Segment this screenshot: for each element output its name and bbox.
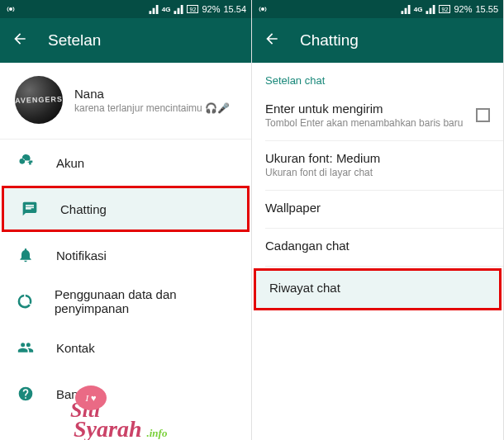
menu-item-account[interactable]: Akun bbox=[0, 140, 251, 186]
menu-label: Notifikasi bbox=[56, 248, 107, 263]
hotspot-icon bbox=[257, 4, 269, 14]
toolbar-title: Chatting bbox=[300, 31, 359, 50]
menu-label: Penggunaan data dan penyimpanan bbox=[55, 287, 235, 315]
hotspot-icon bbox=[5, 4, 17, 14]
menu-item-notifications[interactable]: Notifikasi bbox=[0, 232, 251, 278]
menu-item-help[interactable]: Bantuan bbox=[0, 371, 251, 417]
menu-item-data-usage[interactable]: Penggunaan data dan penyimpanan bbox=[0, 278, 251, 324]
chat-settings-screen: 4G 92 92% 15.55 Chatting Setelan chat En… bbox=[252, 0, 504, 440]
menu-label: Kontak bbox=[56, 341, 95, 355]
back-icon[interactable] bbox=[264, 31, 280, 50]
item-wallpaper[interactable]: Wallpaper bbox=[252, 191, 503, 228]
divider bbox=[265, 266, 503, 267]
toolbar: Setelan bbox=[0, 18, 251, 63]
item-enter-to-send[interactable]: Enter untuk mengirim Tombol Enter akan m… bbox=[252, 92, 503, 140]
avatar: AVENGERS bbox=[15, 76, 63, 124]
menu-item-chatting[interactable]: Chatting bbox=[2, 186, 250, 232]
menu-label: Akun bbox=[56, 156, 84, 170]
clock-text: 15.54 bbox=[223, 4, 246, 14]
signal-icon bbox=[401, 5, 411, 14]
checkbox[interactable] bbox=[476, 108, 490, 122]
clock-text: 15.55 bbox=[475, 4, 498, 14]
settings-screen: 4G 92 92% 15.54 Setelan AVENGERS Nana ka… bbox=[0, 0, 252, 440]
status-bar: 4G 92 92% 15.55 bbox=[252, 0, 503, 18]
item-title: Ukuran font: Medium bbox=[265, 151, 490, 165]
battery-text: 92% bbox=[202, 4, 220, 14]
item-title: Wallpaper bbox=[265, 201, 490, 215]
back-icon[interactable] bbox=[12, 31, 28, 50]
signal-icon bbox=[149, 5, 159, 14]
status-bar: 4G 92 92% 15.54 bbox=[0, 0, 251, 18]
item-subtitle: Ukuran font di layar chat bbox=[265, 167, 490, 178]
signal-icon-2 bbox=[174, 5, 183, 14]
signal-icon-2 bbox=[426, 5, 435, 14]
profile-row[interactable]: AVENGERS Nana karena terlanjur mencintai… bbox=[0, 63, 251, 139]
menu-item-contacts[interactable]: Kontak bbox=[0, 324, 251, 371]
help-icon bbox=[17, 386, 35, 402]
toolbar-title: Setelan bbox=[48, 31, 101, 50]
menu-label: Bantuan bbox=[56, 387, 102, 401]
network-4g-label: 4G bbox=[414, 6, 423, 13]
chat-icon bbox=[21, 201, 39, 217]
menu-label: Chatting bbox=[60, 202, 107, 216]
contacts-icon bbox=[17, 339, 35, 356]
toolbar: Chatting bbox=[252, 18, 503, 63]
item-title: Cadangan chat bbox=[265, 239, 490, 253]
key-icon bbox=[17, 154, 35, 171]
bell-icon bbox=[17, 247, 35, 263]
profile-name: Nana bbox=[74, 87, 230, 101]
battery-icon: 92 bbox=[187, 5, 198, 13]
battery-text: 92% bbox=[454, 4, 472, 14]
section-header: Setelan chat bbox=[252, 63, 503, 92]
item-font-size[interactable]: Ukuran font: Medium Ukuran font di layar… bbox=[252, 141, 503, 190]
item-title: Enter untuk mengirim bbox=[265, 102, 476, 116]
item-subtitle: Tombol Enter akan menambahkan baris baru bbox=[265, 117, 476, 129]
data-usage-icon bbox=[17, 293, 33, 310]
item-chat-backup[interactable]: Cadangan chat bbox=[252, 229, 503, 266]
item-title: Riwayat chat bbox=[269, 281, 486, 295]
item-chat-history[interactable]: Riwayat chat bbox=[254, 268, 502, 310]
network-4g-label: 4G bbox=[162, 6, 171, 13]
profile-status: karena terlanjur mencintaimu 🎧🎤 bbox=[74, 102, 230, 114]
battery-icon: 92 bbox=[439, 5, 450, 13]
